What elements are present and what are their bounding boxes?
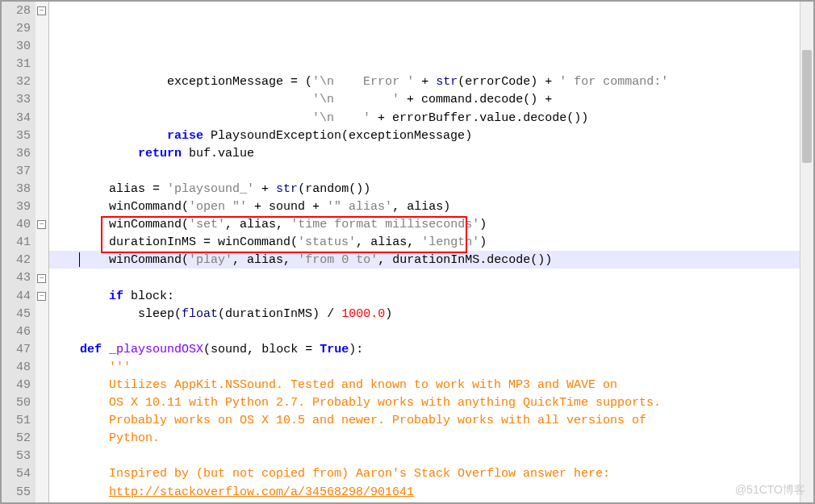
code-line[interactable]: winCommand('set', alias, 'time format mi… xyxy=(51,216,813,234)
token: 'status' xyxy=(298,235,356,249)
token xyxy=(51,147,138,160)
token: block xyxy=(254,343,305,356)
code-line[interactable]: return buf.value xyxy=(51,145,813,163)
token: OS X 10.11 with Python 2.7. Probably wor… xyxy=(51,396,661,410)
token: raise xyxy=(167,129,203,143)
line-number: 29 xyxy=(2,20,31,38)
token: '" alias' xyxy=(327,200,392,214)
token: str xyxy=(436,75,458,89)
code-line[interactable] xyxy=(51,163,813,181)
token: ) xyxy=(465,129,472,143)
code-line[interactable]: ''' xyxy=(51,359,813,377)
code-line[interactable]: Utilizes AppKit.NSSound. Tested and know… xyxy=(51,377,813,394)
token: str xyxy=(276,182,298,196)
token: '\n ' xyxy=(312,93,399,106)
code-line[interactable] xyxy=(51,448,813,465)
code-area[interactable]: exceptionMessage = ('\n Error ' + str(er… xyxy=(49,2,813,502)
line-number: 35 xyxy=(2,127,31,145)
line-number: 32 xyxy=(2,73,31,91)
token: if xyxy=(109,289,123,303)
vertical-scrollbar[interactable] xyxy=(800,2,813,502)
token: http://stackoverflow.com/a/34568298/9016… xyxy=(109,485,414,499)
token: , xyxy=(407,235,414,249)
code-line[interactable]: '\n ' + errorBuffer.value.decode()) xyxy=(51,110,813,127)
token: ) xyxy=(312,307,320,321)
token: alias xyxy=(240,253,283,267)
token: alias xyxy=(363,235,407,249)
token: , xyxy=(225,218,232,231)
fold-toggle-icon[interactable]: − xyxy=(37,220,46,229)
token: ' for command:' xyxy=(559,75,668,89)
code-editor[interactable]: 2829303132333435363738394041424344454647… xyxy=(2,2,813,502)
token: () xyxy=(523,93,537,106)
token: , xyxy=(232,253,240,267)
code-line[interactable] xyxy=(51,269,813,287)
code-line[interactable]: def _playsoundOSX(sound, block = True): xyxy=(51,341,813,359)
line-number: 47 xyxy=(2,341,31,359)
line-number: 49 xyxy=(2,377,31,394)
code-line[interactable]: Python. xyxy=(51,430,813,448)
token: = xyxy=(153,182,160,196)
fold-toggle-icon[interactable]: − xyxy=(37,292,46,301)
code-line[interactable] xyxy=(51,323,813,341)
scrollbar-thumb[interactable] xyxy=(802,50,812,163)
token xyxy=(51,360,109,374)
code-line[interactable]: OS X 10.11 with Python 2.7. Probably wor… xyxy=(51,394,813,412)
line-number: 45 xyxy=(2,306,31,323)
code-line[interactable]: winCommand('play', alias, 'from 0 to', d… xyxy=(51,252,813,269)
code-line[interactable]: raise PlaysoundException(exceptionMessag… xyxy=(51,127,813,145)
code-line[interactable]: http://stackoverflow.com/a/34568298/9016… xyxy=(51,484,813,502)
token: . xyxy=(516,111,523,125)
code-line[interactable]: sleep(float(durationInMS) / 1000.0) xyxy=(51,306,813,323)
token xyxy=(160,182,167,196)
watermark: @51CTO博客 xyxy=(735,483,805,498)
code-line[interactable] xyxy=(51,502,813,504)
fold-toggle-icon[interactable]: − xyxy=(37,6,46,15)
token: errorCode xyxy=(465,75,530,89)
code-line[interactable]: winCommand('open "' + sound + '" alias',… xyxy=(51,198,813,216)
token: 'length' xyxy=(421,235,479,249)
token: ( xyxy=(305,75,312,89)
token: + xyxy=(399,93,421,106)
token xyxy=(51,129,167,143)
token: 1000.0 xyxy=(341,307,385,321)
code-line[interactable]: exceptionMessage = ('\n Error ' + str(er… xyxy=(51,73,813,91)
line-number: 51 xyxy=(2,412,31,430)
token: ( xyxy=(218,307,225,321)
fold-margin[interactable]: −−−− xyxy=(36,2,49,502)
token: , xyxy=(378,253,385,267)
token: , xyxy=(247,343,254,356)
token: ( xyxy=(203,343,211,356)
token: ( xyxy=(174,307,182,321)
token: '\n Error ' xyxy=(312,75,414,89)
token: , xyxy=(356,235,363,249)
code-line[interactable]: if block: xyxy=(51,288,813,306)
token: . xyxy=(472,93,479,106)
token: ( xyxy=(182,200,189,214)
line-number: 44 xyxy=(2,288,31,306)
token: 'play' xyxy=(189,253,232,267)
token: decode xyxy=(523,111,566,125)
code-line[interactable]: '\n ' + command.decode() + xyxy=(51,91,813,109)
code-line[interactable]: durationInMS = winCommand('status', alia… xyxy=(51,234,813,252)
code-line[interactable]: Probably works on OS X 10.5 and newer. P… xyxy=(51,412,813,430)
token: : xyxy=(167,289,174,303)
token xyxy=(51,289,109,303)
token: '\n ' xyxy=(312,111,370,125)
token: = xyxy=(290,75,298,89)
token: ( xyxy=(182,253,189,267)
fold-toggle-icon[interactable]: − xyxy=(37,274,46,283)
token xyxy=(298,75,305,89)
token: ( xyxy=(341,129,349,143)
token: ()) xyxy=(566,111,588,125)
code-line[interactable]: alias = 'playsound_' + str(random()) xyxy=(51,181,813,198)
line-number-gutter: 2829303132333435363738394041424344454647… xyxy=(2,2,36,502)
token: + xyxy=(370,111,392,125)
token xyxy=(102,343,109,356)
line-number: 34 xyxy=(2,110,31,127)
token: winCommand xyxy=(51,200,182,214)
token xyxy=(290,253,298,267)
code-line[interactable]: Inspired by (but not copied from) Aaron'… xyxy=(51,465,813,483)
token: . xyxy=(479,253,487,267)
token: def xyxy=(80,343,102,356)
